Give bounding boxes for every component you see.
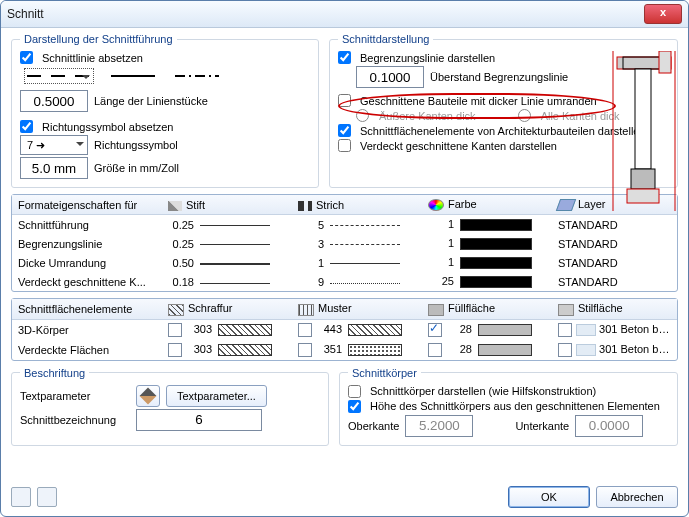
lbl-richtungssymbol: Richtungssymbol	[94, 139, 178, 151]
cell-strich: 5	[298, 219, 324, 231]
th-farbe[interactable]: Farbe	[422, 195, 552, 215]
table-row[interactable]: Verdeckt geschnittene K... 0.18 9 25 STA…	[12, 272, 677, 291]
svg-rect-5	[627, 189, 659, 203]
svg-rect-3	[635, 69, 651, 169]
chk-stilflaeche[interactable]	[558, 323, 572, 337]
th-fuellflaeche[interactable]: Füllfläche	[422, 299, 552, 319]
select-richtungssymbol[interactable]: 7 ➜	[20, 135, 88, 155]
muster-icon	[298, 304, 314, 316]
table-row[interactable]: Verdeckte Flächen 303 351 28 301 Beton b…	[12, 340, 677, 360]
titlebar[interactable]: Schnitt x	[1, 1, 688, 28]
stil-swatch-icon	[576, 324, 596, 336]
strich-icon	[298, 201, 312, 211]
cell-strich: 3	[298, 238, 324, 250]
chk-schraffur[interactable]	[168, 343, 182, 357]
lbl-sk-hoehe: Höhe des Schnittkörpers aus den geschnit…	[370, 400, 660, 412]
window-title: Schnitt	[7, 7, 44, 21]
strich-swatch-icon	[330, 225, 400, 226]
input-oberkante	[405, 415, 473, 437]
linestyle-option-3[interactable]	[172, 68, 222, 84]
radio-aeussere-kanten	[356, 109, 369, 122]
input-linienstuecke-laenge[interactable]	[20, 90, 88, 112]
farbe-icon	[428, 199, 444, 211]
cell-farbe: 25	[428, 275, 454, 287]
input-groesse[interactable]	[20, 157, 88, 179]
th-stilflaeche[interactable]: Stilfläche	[552, 299, 677, 319]
textparameter-button[interactable]: Textparameter...	[166, 385, 267, 407]
chk-fuellflaeche[interactable]	[428, 343, 442, 357]
input-schnittbezeichnung[interactable]	[136, 409, 262, 431]
table-row[interactable]: Schnittführung 0.25 5 1 STANDARD	[12, 215, 677, 235]
th-stift[interactable]: Stift	[162, 195, 292, 215]
th-sfe-name[interactable]: Schnittflächenelemente	[12, 299, 162, 319]
cell-name: Begrenzungslinie	[12, 234, 162, 253]
th-strich[interactable]: Strich	[292, 195, 422, 215]
chk-sk-darstellen[interactable]	[348, 385, 361, 398]
chk-architektur[interactable]	[338, 124, 351, 137]
chk-verdeckt[interactable]	[338, 139, 351, 152]
group-schnittkoerper: Schnittkörper Schnittkörper darstellen (…	[339, 367, 678, 446]
pen-swatch-icon	[200, 225, 270, 226]
chk-schnittlinie-absetzen[interactable]	[20, 51, 33, 64]
chk-dicke-linie[interactable]	[338, 94, 351, 107]
farbe-swatch-icon	[460, 219, 532, 231]
cell-pen: 0.25	[168, 219, 194, 231]
chk-muster[interactable]	[298, 323, 312, 337]
table-row[interactable]: Begrenzungslinie 0.25 3 1 STANDARD	[12, 234, 677, 253]
svg-rect-4	[631, 169, 655, 189]
cell-muster: 351	[316, 343, 342, 355]
cell-name: Verdeckt geschnittene K...	[12, 272, 162, 291]
favorite-save-button[interactable]	[37, 487, 57, 507]
group-schnittdarstellung: Schnittdarstellung Begrenzungslinie dars…	[329, 33, 678, 188]
legend-schnittkoerper: Schnittkörper	[348, 367, 421, 379]
chk-fuellflaeche[interactable]	[428, 323, 442, 337]
cell-layer: STANDARD	[552, 215, 677, 235]
chk-stilflaeche[interactable]	[558, 343, 572, 357]
th-schraffur[interactable]: Schraffur	[162, 299, 292, 319]
cell-layer: STANDARD	[552, 253, 677, 272]
input-ueberstand[interactable]	[356, 66, 424, 88]
cell-schraffur: 303	[186, 323, 212, 335]
table-row[interactable]: Dicke Umrandung 0.50 1 1 STANDARD	[12, 253, 677, 272]
chk-muster[interactable]	[298, 343, 312, 357]
farbe-swatch-icon	[460, 238, 532, 250]
lbl-groesse: Größe in mm/Zoll	[94, 162, 179, 174]
cell-muster: 443	[316, 323, 342, 335]
th-format-name[interactable]: Formateigenschaften für	[12, 195, 162, 215]
lbl-schnittlinie-absetzen: Schnittlinie absetzen	[42, 52, 143, 64]
ok-button[interactable]: OK	[508, 486, 590, 508]
th-muster[interactable]: Muster	[292, 299, 422, 319]
table-row[interactable]: 3D-Körper 303 443 28 301 Beton bew...	[12, 319, 677, 340]
cancel-button[interactable]: Abbrechen	[596, 486, 678, 508]
chk-sk-hoehe[interactable]	[348, 400, 361, 413]
section-preview-icon	[609, 51, 679, 211]
textparameter-pick-button[interactable]	[136, 385, 160, 407]
cell-strich: 9	[298, 276, 324, 288]
cell-stil: 301 Beton bew...	[599, 343, 677, 355]
cell-layer: STANDARD	[552, 272, 677, 291]
select-richtungssymbol-value: 7	[27, 139, 33, 151]
lbl-dicke-linie: Geschnittene Bauteile mit dicker Linie u…	[360, 95, 597, 107]
chk-schraffur[interactable]	[168, 323, 182, 337]
cell-farbe: 1	[428, 256, 454, 268]
lbl-ueberstand: Überstand Begrenzungslinie	[430, 71, 568, 83]
schraffur-swatch-icon	[218, 344, 272, 356]
cell-fuell: 28	[446, 323, 472, 335]
svg-rect-2	[659, 51, 671, 73]
cell-name: Verdeckte Flächen	[12, 340, 162, 360]
schraffur-swatch-icon	[218, 324, 272, 336]
linestyle-option-1[interactable]	[24, 68, 94, 84]
farbe-swatch-icon	[460, 257, 532, 269]
cell-stil: 301 Beton bew...	[599, 323, 677, 335]
fuell-swatch-icon	[478, 344, 532, 356]
linestyle-option-2[interactable]	[108, 68, 158, 84]
chk-richtungssymbol-absetzen[interactable]	[20, 120, 33, 133]
cell-farbe: 1	[428, 218, 454, 230]
chk-begrenzungslinie[interactable]	[338, 51, 351, 64]
lbl-textparameter: Textparameter	[20, 390, 130, 402]
legend-right: Schnittdarstellung	[338, 33, 433, 45]
input-unterkante	[575, 415, 643, 437]
cell-pen: 0.50	[168, 257, 194, 269]
close-button[interactable]: x	[644, 4, 682, 24]
favorite-load-button[interactable]	[11, 487, 31, 507]
